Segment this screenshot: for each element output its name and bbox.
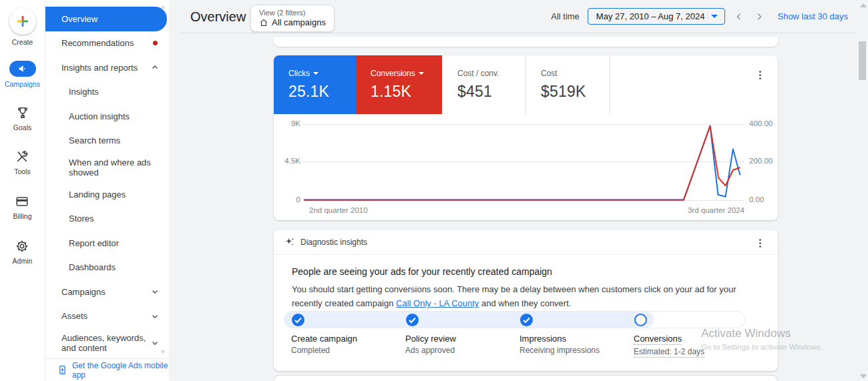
card-menu-button[interactable] xyxy=(754,69,765,80)
diagnostic-title: Diagnostic insights xyxy=(300,238,367,247)
rail-item-create[interactable]: Create xyxy=(9,8,36,46)
chevron-down-icon xyxy=(152,313,158,320)
range-preset-label: All time xyxy=(551,11,580,21)
card-menu-button[interactable] xyxy=(754,238,765,248)
rail-label-create: Create xyxy=(12,38,33,46)
sidebar-item-audiences-keywords-content[interactable]: Audiences, keywords, and content xyxy=(45,328,169,358)
rail-label-goals: Goals xyxy=(13,123,31,131)
sidebar-item-overview[interactable]: Overview xyxy=(45,7,167,31)
home-icon xyxy=(259,18,268,27)
metric-value: 25.1K xyxy=(288,83,356,101)
card-partial-top xyxy=(274,37,778,47)
campaign-link[interactable]: Call Only - LA County xyxy=(396,298,479,308)
date-range-value: May 27, 2010 – Aug 7, 2024 xyxy=(596,11,705,21)
step-check-icon xyxy=(292,314,304,326)
sidebar-item-label: Insights xyxy=(69,87,158,97)
sidebar-item-campaigns[interactable]: Campaigns xyxy=(45,280,169,304)
step-subtitle: Completed xyxy=(291,346,395,355)
metric-cost[interactable]: Cost $519K xyxy=(525,55,610,114)
sidebar-item-label: Stores xyxy=(69,214,158,224)
sidebar-item-recommendations[interactable]: Recommendations xyxy=(45,31,169,56)
sidebar-item-insights[interactable]: Insights xyxy=(45,80,169,105)
main-content: Overview View (2 filters) All campaigns … xyxy=(169,0,868,381)
chevron-down-icon xyxy=(152,288,158,295)
tools-icon xyxy=(15,149,29,164)
scrollbar-down-arrow-icon[interactable] xyxy=(860,374,867,378)
y-axis-right-tick: 200.00 xyxy=(749,157,773,165)
y-axis-left-tick: 4.5K xyxy=(274,157,300,165)
metric-value: $451 xyxy=(457,83,525,101)
rail-item-admin[interactable]: Admin xyxy=(13,239,33,265)
view-scope-label: All campaigns xyxy=(272,17,326,27)
create-button[interactable] xyxy=(9,8,36,35)
chevron-up-icon xyxy=(152,64,158,71)
scrollbar-thumb[interactable] xyxy=(859,41,866,80)
step-subtitle: Ads approved xyxy=(405,346,509,355)
side-navigation: Overview Recommendations Insights and re… xyxy=(45,0,169,381)
sidebar-item-dashboards[interactable]: Dashboards xyxy=(45,256,169,280)
app-rail: Create Campaigns Goals xyxy=(0,0,45,381)
step-subtitle[interactable]: Estimated: 1-2 days xyxy=(634,347,704,358)
sidebar-item-landing-pages[interactable]: Landing pages xyxy=(45,182,169,207)
sidebar-item-search-terms[interactable]: Search terms xyxy=(45,129,169,153)
rail-label-billing: Billing xyxy=(13,212,31,220)
progress-track xyxy=(284,311,745,328)
step-subtitle: Receiving impressions xyxy=(519,346,623,355)
rail-label-campaigns: Campaigns xyxy=(5,80,40,88)
step-conversions: Conversions Estimated: 1-2 days xyxy=(634,334,737,358)
nav-list: Overview Recommendations Insights and re… xyxy=(45,7,169,358)
metric-label: Cost / conv. xyxy=(457,69,499,78)
next-period-button[interactable] xyxy=(753,11,765,23)
metric-label: Conversions xyxy=(371,69,415,78)
sparkle-icon xyxy=(284,237,295,248)
sidebar-item-label: Search terms xyxy=(69,135,158,145)
mobile-app-link-label: Get the Google Ads mobile app xyxy=(72,361,169,380)
step-policy-review: Policy review Ads approved xyxy=(405,334,509,355)
sidebar-item-assets[interactable]: Assets xyxy=(45,304,169,329)
view-filters-chip[interactable]: View (2 filters) All campaigns xyxy=(250,5,335,32)
sidebar-item-stores[interactable]: Stores xyxy=(45,207,169,232)
scrollbar-up-arrow-icon[interactable] xyxy=(860,3,867,7)
metric-cost-per-conv[interactable]: Cost / conv. $451 xyxy=(442,55,525,114)
billing-card-icon xyxy=(15,194,29,209)
step-title: Impressions xyxy=(519,334,623,344)
sidebar-item-label: Report editor xyxy=(69,238,158,248)
plus-icon xyxy=(15,13,31,29)
sidebar-item-insights-and-reports[interactable]: Insights and reports xyxy=(45,55,169,80)
rail-item-tools[interactable]: Tools xyxy=(14,149,31,175)
rail-item-billing[interactable]: Billing xyxy=(13,194,31,220)
date-range-picker[interactable]: May 27, 2010 – Aug 7, 2024 xyxy=(588,8,726,25)
step-title: Create campaign xyxy=(291,334,395,344)
sidebar-item-label: Campaigns xyxy=(61,287,148,297)
mobile-app-link[interactable]: Get the Google Ads mobile app xyxy=(45,359,169,381)
sidebar-item-label: Recommendations xyxy=(61,38,158,48)
campaigns-active-pill[interactable] xyxy=(9,61,36,77)
metric-conversions[interactable]: Conversions 1.15K xyxy=(356,55,442,114)
performance-card: Clicks 25.1K Conversions 1.15K Cost / co… xyxy=(274,55,778,220)
sidebar-item-when-and-where-ads-showed[interactable]: When and where ads showed xyxy=(45,153,169,182)
metric-dropdown-caret-icon[interactable] xyxy=(313,72,318,75)
rail-item-campaigns[interactable]: Campaigns xyxy=(5,61,40,88)
metric-clicks[interactable]: Clicks 25.1K xyxy=(274,55,356,114)
show-last-30-days-link[interactable]: Show last 30 days xyxy=(777,11,848,21)
sidebar-item-label: Assets xyxy=(61,311,148,321)
rail-item-goals[interactable]: Goals xyxy=(13,105,31,131)
step-check-icon xyxy=(520,314,533,326)
step-title[interactable]: Conversions xyxy=(634,334,682,345)
sidebar-item-auction-insights[interactable]: Auction insights xyxy=(45,104,169,129)
sidebar-item-label: Auction insights xyxy=(69,111,158,121)
sidebar-item-label: When and where ads showed xyxy=(69,157,158,177)
chevron-down-icon xyxy=(152,340,158,346)
y-axis-right-tick: 400.00 xyxy=(749,119,773,127)
diagnostic-insights-card: Diagnostic insights People are seeing yo… xyxy=(274,230,778,371)
metric-value: 1.15K xyxy=(371,83,442,101)
topbar-divider xyxy=(180,33,857,33)
metric-dropdown-caret-icon[interactable] xyxy=(419,72,424,75)
dropdown-caret-icon xyxy=(711,15,718,18)
sidebar-item-label: Audiences, keywords, and content xyxy=(61,333,148,353)
previous-period-button[interactable] xyxy=(733,11,745,23)
y-axis-right-tick: 0.00 xyxy=(749,196,764,204)
performance-chart: 9K 4.5K 0 400.00 200.00 0.00 2nd quarter… xyxy=(274,114,778,220)
sidebar-item-report-editor[interactable]: Report editor xyxy=(45,231,169,256)
trophy-icon xyxy=(15,105,30,120)
